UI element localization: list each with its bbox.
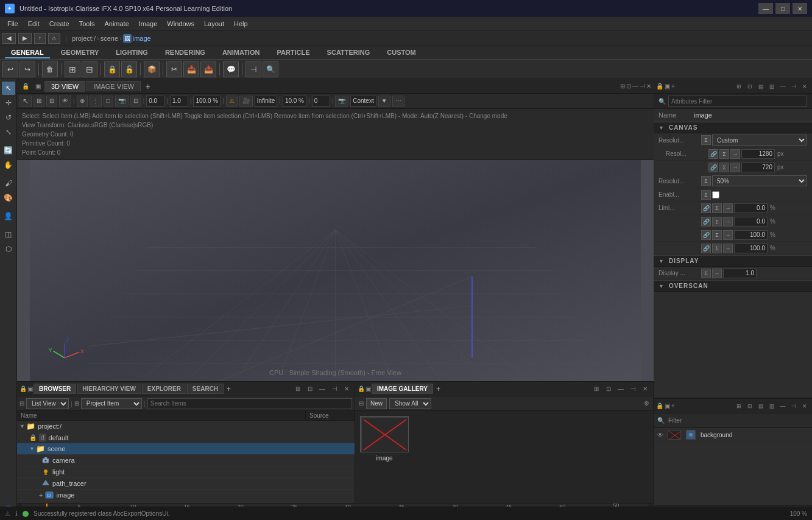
attributes-filter-input[interactable]	[668, 96, 807, 107]
tab-browser[interactable]: BROWSER	[34, 384, 76, 394]
display-section-header[interactable]: ▼ DISPLAY	[654, 255, 812, 267]
select-tool-button[interactable]: ↖	[2, 82, 15, 95]
gallery-filter-select[interactable]: Show All	[389, 398, 431, 409]
attr-resolution-scale-dropdown[interactable]: 50%	[712, 175, 807, 186]
menu-image[interactable]: Image	[134, 17, 163, 30]
browser-layout2-icon[interactable]: ⊡	[305, 384, 316, 395]
attr-width-chain-icon[interactable]: 🔗	[708, 149, 718, 159]
layers-filter-icon[interactable]: 🔍	[657, 417, 665, 424]
export-button[interactable]: 📤	[200, 61, 216, 77]
vp-cam-btn[interactable]: 📷	[115, 96, 129, 107]
attr-split-icon[interactable]: ⊣	[789, 82, 799, 91]
comment-button[interactable]: 💬	[223, 61, 239, 77]
attr-display-input[interactable]	[723, 269, 757, 278]
vp-eye-btn[interactable]: 👁	[59, 96, 71, 107]
tab-search[interactable]: SEARCH	[187, 384, 224, 394]
layers-close-icon[interactable]: ✕	[800, 401, 810, 411]
tab-lighting[interactable]: LIGHTING	[110, 47, 154, 58]
nav-forward-button[interactable]: ▶	[18, 33, 32, 44]
layers-layout3-icon[interactable]: ▤	[756, 401, 766, 411]
attr-enable-eq-btn[interactable]: Σ	[701, 190, 711, 200]
vp-camera-btn2[interactable]: 🎥	[239, 96, 253, 107]
tree-item-light[interactable]: light	[17, 466, 355, 478]
breadcrumb-project[interactable]: project:/	[72, 35, 96, 42]
attr-close-icon[interactable]: ✕	[800, 82, 810, 91]
menu-file[interactable]: File	[2, 17, 23, 30]
breadcrumb-scene[interactable]: scene	[101, 35, 118, 42]
nav-up-button[interactable]: ↑	[34, 33, 46, 44]
vp-layout2-icon[interactable]: ⊡	[626, 83, 631, 90]
layers-add-icon[interactable]: +	[671, 402, 675, 409]
vp-filter-btn[interactable]: ⊟	[46, 96, 57, 107]
vp-close-icon[interactable]: ✕	[646, 83, 651, 90]
gallery-minimize-icon[interactable]: —	[615, 384, 626, 395]
attr-limit-input[interactable]	[734, 203, 768, 213]
split-button[interactable]: ⊣	[245, 61, 261, 77]
attr-limit-eq-btn[interactable]: Σ	[712, 203, 722, 213]
image-add-icon[interactable]: +	[39, 491, 43, 499]
layers-layout2-icon[interactable]: ⊡	[745, 401, 755, 411]
minimize-button[interactable]: —	[758, 3, 773, 14]
layer-eye-icon[interactable]: 👁	[657, 432, 663, 438]
browser-minimize-icon[interactable]: —	[317, 384, 328, 395]
attr-limit2-arrow-icon[interactable]: →	[723, 217, 733, 227]
tab-scattering[interactable]: SCATTERING	[321, 47, 376, 58]
tab-rendering[interactable]: RENDERING	[159, 47, 211, 58]
vp-warn-btn[interactable]: ⚠	[226, 96, 238, 107]
tab-image-view[interactable]: IMAGE VIEW	[86, 81, 141, 91]
attr-resolution-dropdown[interactable]: Custom	[712, 135, 807, 146]
browser-tree-icon[interactable]: ⊟	[19, 400, 24, 407]
attr-limit4-eq-btn[interactable]: Σ	[712, 244, 722, 253]
add-child-button[interactable]: ⊞	[65, 61, 80, 77]
vp-icons-btn[interactable]: ⊞	[34, 96, 44, 107]
tree-item-image[interactable]: + 🖼 image	[17, 490, 355, 501]
unlock-button[interactable]: 🔓	[121, 61, 137, 77]
attr-limit4-chain-icon[interactable]: 🔗	[701, 244, 711, 253]
attr-display-arrow-icon[interactable]: →	[712, 269, 722, 278]
maximize-button[interactable]: □	[775, 3, 790, 14]
layers-flag-icon[interactable]: ▣	[665, 402, 670, 409]
tab-geometry[interactable]: GEOMETRY	[55, 47, 105, 58]
layers-layout1-icon[interactable]: ⊞	[734, 401, 744, 411]
browser-flag-icon[interactable]: ▣	[27, 385, 33, 392]
vp-snap-btn[interactable]: ⊕	[77, 96, 88, 107]
redo-button[interactable]: ↪	[19, 61, 35, 77]
nav-home-button[interactable]: ⌂	[48, 33, 60, 44]
menu-tools[interactable]: Tools	[74, 17, 100, 30]
orbit-tool-button[interactable]: 🔄	[2, 144, 15, 157]
browser-split-icon[interactable]: ⊣	[329, 384, 340, 395]
tree-item-default[interactable]: 🔒 d default	[17, 432, 355, 443]
eraser-tool-button[interactable]: ◫	[2, 228, 15, 241]
attr-limit2-eq-btn[interactable]: Σ	[712, 217, 722, 227]
gallery-split-icon[interactable]: ⊣	[627, 384, 638, 395]
gallery-new-button[interactable]: New	[366, 398, 387, 409]
tab-explorer[interactable]: EXPLORER	[142, 384, 186, 394]
attr-layout3-icon[interactable]: ▤	[756, 82, 766, 91]
tab-custom[interactable]: CUSTOM	[381, 47, 422, 58]
attr-limit4-input[interactable]	[734, 244, 768, 253]
vp-select-btn[interactable]: ↖	[19, 96, 32, 107]
tab-general[interactable]: GENERAL	[5, 47, 50, 58]
attr-add-icon[interactable]: +	[671, 83, 675, 90]
attr-limit3-input[interactable]	[734, 230, 768, 240]
layer-row-background[interactable]: 👁 background	[654, 428, 812, 442]
menu-animate[interactable]: Animate	[99, 17, 133, 30]
undo-button[interactable]: ↩	[2, 61, 18, 77]
attr-height-eq-btn[interactable]: Σ	[719, 163, 729, 172]
vp-flag-icon[interactable]: ▣	[33, 83, 43, 90]
scale-tool-button[interactable]: ⤡	[2, 125, 15, 139]
vp-tab-add-button[interactable]: +	[142, 82, 154, 91]
attr-flag-icon[interactable]: ▣	[665, 83, 670, 90]
cut-button[interactable]: ✂	[166, 61, 182, 77]
tree-view[interactable]: ▼ 📁 project:/ 🔒 d default ▼ 📁 scene	[17, 421, 355, 503]
attr-minimize-icon[interactable]: —	[778, 82, 788, 91]
vp-context-dropdown[interactable]: ▼	[378, 96, 390, 107]
layers-lock-icon[interactable]: 🔒	[656, 402, 663, 409]
lock-button[interactable]: 🔒	[104, 61, 120, 77]
paint-tool-button[interactable]: 🎨	[2, 191, 15, 205]
gallery-tree-icon[interactable]: ⊟	[359, 400, 364, 407]
browser-filter-dropdown[interactable]: Project Item	[81, 398, 142, 409]
browser-layout1-icon[interactable]: ⊞	[292, 384, 303, 395]
nav-back-button[interactable]: ◀	[2, 33, 16, 44]
browser-lock-icon[interactable]: 🔒	[19, 385, 27, 392]
